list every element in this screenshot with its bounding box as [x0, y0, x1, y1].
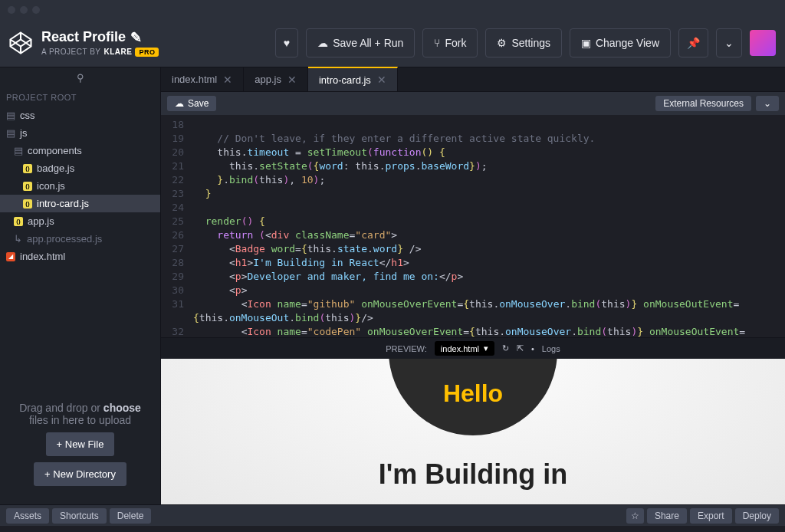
tabs: index.html✕ app.js✕ intro-card.js✕	[161, 67, 785, 92]
preview-label: PREVIEW:	[386, 344, 427, 353]
close-icon[interactable]: ✕	[287, 74, 297, 86]
share-button[interactable]: Share	[647, 508, 687, 524]
hello-text: Hello	[443, 379, 503, 408]
chevron-down-icon: ⌄	[764, 98, 771, 109]
js-file-icon: ()	[14, 217, 23, 226]
link-icon: ↳	[14, 233, 22, 245]
project-by-label: A PROJECT BY	[41, 48, 101, 56]
change-view-button[interactable]: ▣Change View	[570, 28, 671, 57]
export-button[interactable]: Export	[690, 508, 732, 524]
tab-app-js[interactable]: app.js✕	[244, 67, 308, 91]
code-editor[interactable]: 18 19 // Don't leave, if they enter a di…	[161, 115, 785, 337]
js-file-icon: ()	[23, 164, 32, 173]
folder-components[interactable]: ▤components	[0, 142, 160, 159]
new-directory-button[interactable]: + New Directory	[34, 462, 126, 486]
fork-button[interactable]: ⑂Fork	[422, 28, 478, 57]
avatar[interactable]	[750, 30, 776, 56]
file-badge-js[interactable]: ()badge.js	[0, 159, 160, 177]
cloud-icon: ☁	[175, 98, 184, 109]
author-link[interactable]: Klare	[104, 48, 133, 56]
file-icon-js[interactable]: ()icon.js	[0, 177, 160, 195]
external-resources-dropdown[interactable]: ⌄	[756, 96, 779, 111]
traffic-light-min[interactable]	[20, 6, 28, 14]
heart-icon: ♥	[284, 37, 290, 49]
folder-open-icon: ▤	[14, 145, 23, 156]
window-controls	[0, 0, 785, 20]
gear-icon: ⚙	[497, 37, 507, 49]
close-icon[interactable]: ✕	[223, 74, 232, 86]
folder-css[interactable]: ▤css	[0, 107, 160, 124]
js-file-icon: ()	[23, 182, 32, 191]
heart-button[interactable]: ♥	[275, 28, 298, 57]
file-index-html[interactable]: ◢index.html	[0, 248, 160, 265]
preview-pane: Hello I'm Building in	[161, 359, 785, 504]
refresh-icon[interactable]: ↻	[502, 343, 509, 353]
file-app-js[interactable]: ()app.js	[0, 212, 160, 230]
sidebar: ⚲ PROJECT ROOT ▤css ▤js ▤components ()ba…	[0, 67, 161, 504]
folder-js[interactable]: ▤js	[0, 124, 160, 142]
shortcuts-button[interactable]: Shortcuts	[52, 508, 107, 524]
html-file-icon: ◢	[6, 252, 15, 261]
fork-icon: ⑂	[434, 37, 440, 49]
preview-file-select[interactable]: index.html▾	[435, 341, 494, 356]
save-button[interactable]: ☁Save	[167, 96, 216, 111]
new-file-button[interactable]: + New File	[46, 432, 115, 456]
save-all-run-button[interactable]: ☁Save All + Run	[306, 28, 415, 57]
project-title[interactable]: React Profile	[41, 29, 126, 45]
js-file-icon: ()	[23, 199, 32, 209]
pencil-icon[interactable]: ✎	[130, 29, 142, 46]
tab-index-html[interactable]: index.html✕	[161, 67, 244, 91]
chevron-down-icon: ⌄	[724, 37, 734, 49]
pro-badge: PRO	[135, 48, 159, 57]
folder-open-icon: ▤	[6, 127, 15, 139]
dot-icon: •	[531, 344, 534, 353]
pin-icon: 📌	[687, 37, 700, 49]
pin-dropdown[interactable]: ⌄	[716, 28, 742, 57]
preview-bar: PREVIEW: index.html▾ ↻ ⇱ • Logs	[161, 337, 785, 359]
building-heading: I'm Building in	[379, 458, 568, 491]
footer: Assets Shortcuts Delete ☆ Share Export D…	[0, 504, 785, 526]
cloud-icon: ☁	[317, 37, 328, 49]
traffic-light-max[interactable]	[32, 6, 40, 14]
folder-icon: ▤	[6, 110, 15, 121]
close-icon[interactable]: ✕	[377, 74, 386, 86]
logs-button[interactable]: Logs	[542, 344, 560, 353]
file-app-processed-js[interactable]: ↳app.processed.js	[0, 230, 160, 248]
settings-button[interactable]: ⚙Settings	[485, 28, 562, 57]
chevron-down-icon: ▾	[484, 343, 488, 353]
delete-button[interactable]: Delete	[110, 508, 152, 524]
pin-button[interactable]: 📌	[678, 28, 708, 57]
header: React Profile ✎ A PROJECT BY Klare PRO ♥…	[0, 20, 785, 67]
layout-icon: ▣	[581, 37, 591, 49]
tab-intro-card-js[interactable]: intro-card.js✕	[308, 67, 398, 91]
file-intro-card-js[interactable]: ()intro-card.js	[0, 195, 160, 212]
popout-icon[interactable]: ⇱	[517, 343, 524, 353]
deploy-button[interactable]: Deploy	[735, 508, 779, 524]
star-icon[interactable]: ☆	[626, 508, 644, 524]
search-icon[interactable]: ⚲	[0, 67, 160, 88]
external-resources-button[interactable]: External Resources	[655, 96, 751, 111]
codepen-logo-icon[interactable]	[9, 31, 32, 54]
hello-badge: Hello	[389, 359, 557, 435]
traffic-light-close[interactable]	[8, 6, 15, 14]
project-root-label: PROJECT ROOT	[0, 88, 160, 107]
assets-button[interactable]: Assets	[6, 508, 49, 524]
dropzone[interactable]: Drag and drop or choose files in here to…	[0, 389, 160, 504]
